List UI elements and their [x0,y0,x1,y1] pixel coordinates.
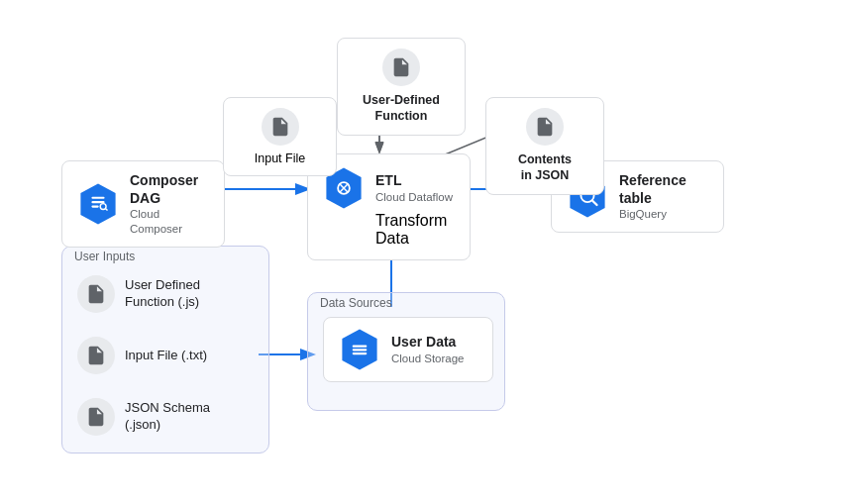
udf-floating-node: User-Defined Function [337,38,466,136]
udf-label: User Defined Function (.js) [125,277,200,311]
inputfile-label: Input File (.txt) [125,348,207,364]
reference-table-title: Reference table [619,171,709,207]
doc-icon-json [77,398,115,436]
etl-title: ETL [375,171,453,189]
input-file-float-label: Input File [255,151,305,165]
jsonschema-label: JSON Schema (.json) [125,400,210,434]
etl-text: ETL Cloud Dataflow [375,171,453,204]
composer-dag-subtitle: Cloud Composer [130,207,210,237]
user-inputs-list: User Defined Function (.js) Input File (… [77,275,210,436]
svg-rect-10 [353,346,368,348]
udf-float-text: User-Defined Function [363,92,440,125]
composer-dag-node: Composer DAG Cloud Composer [61,160,225,248]
list-item: Input File (.txt) [77,337,210,374]
user-inputs-label: User Inputs [74,250,135,263]
contents-json-title: Contents [518,151,572,167]
svg-rect-11 [353,349,368,351]
svg-rect-12 [353,353,368,354]
contents-json-floating-node: Contents in JSON [485,97,604,195]
udf-float-title: User-Defined [363,92,440,108]
doc-icon-udf-float [382,49,420,86]
input-file-floating-node: Input File [223,97,337,176]
udf-float-title2: Function [363,108,440,124]
etl-sub2: Transform Data [322,212,456,248]
user-data-subtitle: Cloud Storage [391,352,465,366]
composer-icon [76,182,120,226]
contents-json-text: Contents in JSON [518,151,572,184]
user-data-text: User Data Cloud Storage [391,333,465,365]
doc-icon-input [77,337,115,374]
reference-table-text: Reference table BigQuery [619,171,709,222]
doc-icon-contents-float [526,108,564,146]
data-sources-label: Data Sources [320,296,392,310]
canvas: User Inputs User Defined Function (.js) … [0,0,845,504]
contents-json-title2: in JSON [518,167,572,183]
etl-subtitle: Cloud Dataflow [375,190,453,205]
composer-dag-text: Composer DAG Cloud Composer [130,171,210,237]
list-item: User Defined Function (.js) [77,275,210,313]
list-item: JSON Schema (.json) [77,398,210,436]
doc-icon-inputfile-float [262,108,299,146]
svg-rect-16 [91,206,98,208]
svg-rect-14 [91,197,104,199]
user-data-node: User Data Cloud Storage [323,317,493,382]
user-data-title: User Data [391,333,465,351]
cloud-storage-icon [338,328,381,371]
svg-marker-13 [80,184,115,225]
composer-dag-title: Composer DAG [130,171,210,207]
reference-table-subtitle: BigQuery [619,207,709,222]
doc-icon-udf [77,275,115,313]
